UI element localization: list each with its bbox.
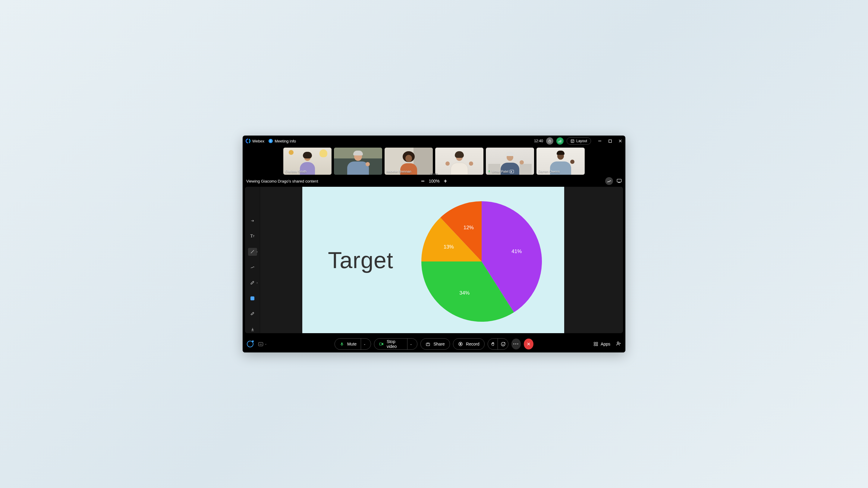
- stop-video-label: Stop video: [387, 339, 403, 349]
- layout-button[interactable]: Layout: [567, 137, 591, 144]
- participant-tile[interactable]: [334, 148, 382, 175]
- webex-logo-icon: [246, 138, 250, 143]
- slide-title: Target: [328, 247, 393, 273]
- svg-point-24: [617, 341, 619, 344]
- video-filmstrip: Clarissa Smith Isabelle Brennan: [243, 147, 625, 175]
- window-minimize-button[interactable]: [598, 139, 602, 143]
- raise-hand-button[interactable]: [488, 338, 498, 350]
- pen-tool[interactable]: ›: [248, 279, 257, 287]
- shared-content-area: TT › › Target: [245, 187, 623, 333]
- popout-button[interactable]: [617, 178, 622, 184]
- meeting-info-label: Meeting info: [275, 139, 296, 143]
- record-button[interactable]: Record: [453, 338, 485, 350]
- pie-slice-label: 12%: [464, 225, 474, 231]
- camera-icon: [379, 342, 384, 346]
- drag-handle[interactable]: [430, 173, 438, 175]
- svg-rect-21: [596, 342, 598, 344]
- svg-rect-9: [489, 170, 490, 172]
- share-label: Share: [433, 341, 444, 347]
- zoom-level: 100%: [429, 178, 440, 184]
- emoji-icon: [500, 341, 505, 347]
- content-gutter-right: [564, 187, 623, 333]
- share-button[interactable]: Share: [421, 338, 450, 350]
- shared-content-header: Viewing Giacomo Drago's shared content −…: [243, 175, 625, 187]
- participant-tile[interactable]: [435, 148, 484, 175]
- download-tool[interactable]: [248, 326, 257, 333]
- info-icon: i: [269, 139, 273, 143]
- participants-panel-button[interactable]: [616, 341, 621, 347]
- svg-rect-1: [558, 141, 559, 142]
- reactions-control: [488, 338, 508, 350]
- apps-icon: [593, 341, 598, 347]
- participants-icon: [616, 341, 621, 346]
- meeting-controls-bar: cc ⌄ Mute ⌄ Stop video ⌄ Share Record: [243, 335, 625, 352]
- video-options-caret[interactable]: ⌄: [407, 338, 412, 350]
- dots-icon: ···: [513, 341, 519, 347]
- assistant-button[interactable]: [247, 341, 253, 347]
- svg-rect-2: [560, 140, 560, 142]
- participant-tile[interactable]: Clarissa Smith: [283, 148, 332, 175]
- participant-name: Umar Patel: [492, 170, 508, 173]
- svg-line-11: [251, 250, 254, 253]
- freehand-tool[interactable]: [248, 264, 257, 271]
- svg-rect-10: [617, 179, 621, 182]
- microphone-icon: [340, 341, 344, 347]
- close-icon: [527, 342, 531, 346]
- content-gutter-left: [260, 187, 302, 333]
- stop-video-button[interactable]: Stop video ⌄: [374, 338, 417, 350]
- window-close-button[interactable]: [618, 139, 622, 143]
- layout-label: Layout: [576, 139, 587, 143]
- mute-label: Mute: [347, 341, 356, 347]
- svg-rect-20: [594, 342, 595, 344]
- mute-button[interactable]: Mute ⌄: [335, 338, 371, 350]
- svg-rect-12: [341, 342, 343, 344]
- mic-on-icon: [488, 170, 491, 173]
- pin-icon: [510, 170, 514, 173]
- emoji-reactions-button[interactable]: [498, 338, 508, 350]
- mute-options-caret[interactable]: ⌄: [361, 338, 366, 350]
- meeting-window: Webex i Meeting info 12:40 Layout: [243, 135, 625, 352]
- color-picker[interactable]: [248, 295, 257, 302]
- participant-name: Isabelle Brennan: [386, 170, 411, 173]
- pointer-tool[interactable]: [248, 217, 257, 225]
- svg-rect-3: [561, 139, 561, 142]
- annotation-toolbar: TT › ›: [245, 187, 260, 333]
- record-icon: [458, 341, 463, 347]
- pie-chart: 41%34%13%12%: [421, 201, 542, 322]
- svg-rect-6: [609, 140, 612, 142]
- cc-icon: cc: [258, 342, 263, 346]
- svg-rect-22: [594, 344, 595, 346]
- raise-hand-icon: [491, 341, 495, 347]
- apps-button[interactable]: Apps: [593, 341, 610, 347]
- svg-rect-13: [379, 343, 382, 345]
- line-tool[interactable]: ›: [248, 248, 257, 256]
- pie-slice-label: 41%: [512, 249, 522, 255]
- participant-tile[interactable]: Isabelle Brennan: [384, 148, 433, 175]
- zoom-out-button[interactable]: −: [421, 178, 425, 185]
- meeting-time: 12:40: [534, 139, 543, 143]
- app-name: Webex: [252, 139, 264, 143]
- shared-slide: Target 41%34%13%12%: [302, 187, 564, 333]
- eraser-tool[interactable]: [248, 310, 257, 318]
- meeting-info-button[interactable]: i Meeting info: [269, 139, 296, 143]
- participant-name: Clarissa Smith: [285, 170, 307, 173]
- pie-slice-label: 13%: [444, 244, 454, 250]
- svg-point-16: [460, 343, 461, 345]
- more-options-button[interactable]: ···: [512, 338, 521, 350]
- window-maximize-button[interactable]: [608, 139, 612, 143]
- topbar: Webex i Meeting info 12:40 Layout: [243, 135, 625, 147]
- text-tool[interactable]: TT: [248, 233, 257, 240]
- participant-tile[interactable]: Umar Patel: [486, 148, 534, 175]
- svg-rect-0: [549, 141, 551, 142]
- svg-point-23: [596, 344, 598, 346]
- zoom-in-button[interactable]: +: [444, 178, 447, 184]
- annotate-toggle-button[interactable]: [605, 177, 613, 185]
- participant-tile[interactable]: Darren Owens: [536, 148, 585, 175]
- leave-meeting-button[interactable]: [524, 338, 533, 350]
- record-label: Record: [466, 341, 479, 347]
- network-quality-icon[interactable]: [556, 137, 564, 144]
- encryption-icon[interactable]: [546, 137, 553, 144]
- captions-button[interactable]: cc ⌄: [258, 342, 267, 346]
- svg-rect-4: [571, 139, 574, 142]
- pie-slice-label: 34%: [459, 290, 470, 296]
